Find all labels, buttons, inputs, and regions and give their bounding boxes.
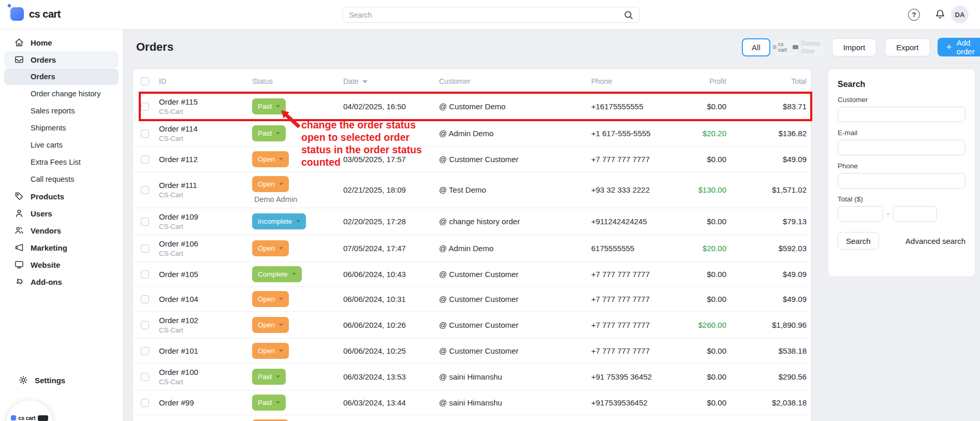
sidebar-item-users[interactable]: Users [4, 205, 119, 222]
sidebar-item-orders[interactable]: Orders [4, 51, 119, 68]
row-checkbox[interactable] [141, 129, 149, 138]
order-id-link[interactable]: Order #104 [159, 295, 249, 303]
order-id-link[interactable]: Order #106 [159, 239, 249, 248]
table-row[interactable]: Order #104Open06/06/2024, 10:31@ Custome… [133, 287, 811, 312]
sidebar-item-settings[interactable]: Settings [8, 372, 114, 388]
row-checkbox[interactable] [141, 321, 149, 329]
order-customer[interactable]: @ saini Himanshu [437, 398, 590, 407]
sidebar-item-vendors[interactable]: Vendors [4, 222, 119, 239]
order-customer[interactable]: @ Customer Customer [437, 321, 590, 329]
cscart-logo-icon [10, 7, 24, 21]
table-row[interactable]: Order #100CS-CartPaid06/03/2024, 13:53@ … [133, 364, 811, 390]
cscart-logo[interactable]: cs cart [10, 7, 61, 21]
search-button[interactable]: Search [838, 232, 879, 250]
status-badge[interactable]: Open [252, 291, 289, 307]
table-row[interactable]: Order #109CS-CartIncomplete02/20/2025, 1… [133, 208, 811, 235]
sidebar-item-call-requests[interactable]: Call requests [4, 171, 119, 187]
row-checkbox[interactable] [141, 295, 149, 303]
sidebar-item-home[interactable]: Home [4, 34, 119, 51]
advanced-search-link[interactable]: Advanced search [905, 237, 966, 245]
status-badge[interactable]: Open [252, 176, 289, 192]
status-badge[interactable]: Open [252, 343, 289, 359]
status-badge[interactable]: Open [252, 240, 289, 256]
select-all-checkbox[interactable] [141, 77, 149, 85]
order-id-link[interactable]: Order #115 [159, 97, 249, 106]
storefront-tab-demo-store[interactable]: Demo Stor [801, 38, 826, 56]
customer-field[interactable] [838, 107, 966, 122]
sidebar-item-shipments[interactable]: Shipments [4, 120, 119, 136]
total-from-field[interactable] [838, 206, 883, 222]
order-customer[interactable]: @ Customer Customer [437, 295, 590, 303]
sidebar-item-add-ons[interactable]: Add-ons [4, 273, 119, 290]
total-to-field[interactable] [893, 206, 937, 222]
email-field[interactable] [838, 140, 966, 155]
export-button[interactable]: Export [885, 38, 930, 56]
demo-store-widget[interactable]: cs cart [6, 400, 53, 421]
sidebar-item-products[interactable]: Products [4, 188, 119, 205]
status-badge[interactable]: Paid [252, 369, 286, 385]
order-customer[interactable]: @ Customer Customer [437, 346, 590, 355]
row-checkbox[interactable] [141, 217, 149, 226]
status-badge[interactable]: Paid [252, 395, 286, 411]
table-row[interactable]: Order #111CS-CartOpenDemo Admin02/21/202… [133, 172, 811, 208]
row-checkbox[interactable] [141, 399, 149, 407]
order-id-link[interactable]: Order #100 [159, 368, 249, 376]
order-customer[interactable]: @ Test Demo [437, 185, 590, 194]
order-customer[interactable]: @ Customer Demo [437, 102, 590, 111]
notifications-bell-icon[interactable] [934, 8, 946, 21]
order-id-link[interactable]: Order #99 [159, 398, 249, 407]
row-checkbox[interactable] [141, 103, 149, 111]
table-row[interactable]: Order #115CS-CartPaid04/02/2025, 16:50@ … [133, 93, 811, 120]
status-badge[interactable]: Paid [252, 98, 286, 114]
status-badge[interactable]: Complete [252, 266, 302, 282]
status-badge[interactable]: Incomplete [252, 213, 306, 229]
order-id-link[interactable]: Order #102 [159, 316, 249, 325]
table-row[interactable]: Order #99Paid06/03/2024, 13:44@ saini Hi… [133, 390, 811, 415]
sidebar-item-orders-list[interactable]: Orders [4, 68, 119, 85]
table-row[interactable]: Order #112Open03/05/2025, 17:57@ Custome… [133, 147, 811, 172]
sidebar-item-order-change-history[interactable]: Order change history [4, 85, 119, 102]
status-badge[interactable]: Paid [252, 125, 286, 141]
order-customer[interactable]: @ Customer Customer [437, 155, 590, 164]
order-customer[interactable]: @ Customer Customer [437, 270, 590, 279]
phone-field[interactable] [838, 173, 966, 188]
order-id-link[interactable]: Order #114 [159, 124, 249, 133]
order-id-link[interactable]: Order #101 [159, 346, 249, 355]
order-customer[interactable]: @ Admin Demo [437, 129, 590, 138]
sidebar-item-marketing[interactable]: Marketing [4, 239, 119, 256]
table-row[interactable]: Order #101Open06/06/2024, 10:25@ Custome… [133, 339, 811, 364]
sidebar-item-live-carts[interactable]: Live carts [4, 137, 119, 153]
sidebar-item-extra-fees-list[interactable]: Extra Fees List [4, 154, 119, 170]
table-row[interactable]: Order #105Complete06/06/2024, 10:43@ Cus… [133, 262, 811, 287]
order-id-link[interactable]: Order #111 [159, 181, 249, 190]
row-checkbox[interactable] [141, 186, 149, 194]
status-badge[interactable]: Open [252, 317, 289, 333]
row-checkbox[interactable] [141, 155, 149, 164]
storefront-tab-cscart[interactable]: cs cart [772, 38, 799, 56]
column-header-date[interactable]: Date [341, 77, 437, 85]
search-icon[interactable] [623, 10, 634, 20]
storefront-tab-all[interactable]: All [742, 38, 770, 56]
help-icon[interactable]: ? [908, 9, 920, 21]
order-customer[interactable]: @ saini Himanshu [437, 372, 590, 381]
row-checkbox[interactable] [141, 270, 149, 279]
sidebar-item-website[interactable]: Website [4, 256, 119, 273]
table-row[interactable]: Order #102CS-CartOpen06/06/2024, 10:26@ … [133, 312, 811, 339]
status-badge[interactable]: Open [252, 151, 289, 167]
user-avatar[interactable]: DA [951, 6, 969, 23]
import-button[interactable]: Import [832, 38, 877, 56]
row-checkbox[interactable] [141, 244, 149, 253]
sidebar-item-sales-reports[interactable]: Sales reports [4, 103, 119, 119]
table-row[interactable]: Order #106CS-CartOpen07/05/2024, 17:47@ … [133, 235, 811, 262]
global-search-input[interactable] [343, 11, 623, 19]
order-id-link[interactable]: Order #105 [159, 270, 249, 279]
table-row[interactable]: Order #98Open06/03/2024, 13:33@ Saini Hi… [133, 415, 811, 421]
row-checkbox[interactable] [141, 347, 149, 355]
order-customer[interactable]: @ change history order [437, 217, 590, 226]
order-id-link[interactable]: Order #112 [159, 155, 249, 164]
row-checkbox[interactable] [141, 373, 149, 381]
table-row[interactable]: Order #114CS-CartPaid@ Admin Demo+1 617-… [133, 120, 811, 147]
order-id-link[interactable]: Order #109 [159, 212, 249, 221]
add-order-button[interactable]: + Add order [938, 38, 980, 56]
order-customer[interactable]: @ Admin Demo [437, 244, 590, 253]
